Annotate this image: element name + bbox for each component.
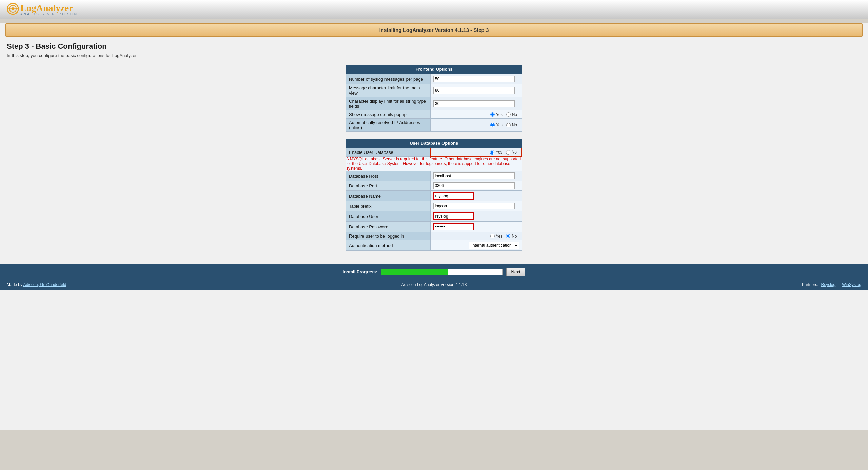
main-content: Installing LogAnalyzer Version 4.1.13 - … [0, 23, 868, 430]
bottom-area [0, 430, 868, 470]
database-port-input[interactable] [433, 182, 515, 189]
logo-container [5, 3, 19, 16]
progress-label: Install Progress: [343, 269, 377, 274]
made-by-text: Made by [7, 282, 23, 287]
table-prefix-input[interactable] [433, 203, 515, 209]
enable-db-no-label: No [512, 150, 517, 155]
row-value [431, 84, 522, 97]
row-value [430, 222, 522, 232]
footer: Made by Adiscon, Großrinderfeld Adiscon … [0, 280, 868, 290]
table-row: Message character limit for the main vie… [346, 84, 522, 97]
install-banner: Installing LogAnalyzer Version 4.1.13 - … [5, 23, 863, 37]
table-row: Show message details popup Yes No [346, 110, 522, 119]
row-value [430, 181, 522, 191]
row-label: Database Host [346, 171, 431, 181]
frontend-options-header: Frontend Options [346, 65, 522, 74]
table-row: Authentication method Internal authentic… [346, 240, 522, 251]
enable-db-radio: Yes No [433, 150, 519, 155]
next-button[interactable]: Next [506, 268, 526, 276]
show-popup-yes-radio[interactable] [490, 112, 495, 117]
row-value [430, 211, 522, 222]
require-login-no-radio[interactable] [506, 234, 510, 238]
logo-subtitle: ANALYSIS & REPORTING [20, 12, 81, 16]
database-user-input[interactable] [433, 212, 474, 220]
require-login-radio: Yes No [433, 234, 519, 239]
row-value [431, 97, 522, 110]
partner-separator: | [838, 282, 839, 287]
logo-main-text: LogAnalyzer [20, 3, 73, 13]
logo-icon [7, 3, 19, 15]
row-label: Automatically resolved IP Addresses (inl… [346, 119, 431, 132]
row-label: Character display limit for all string t… [346, 97, 431, 110]
row-label: Number of syslog messages per page [346, 74, 431, 84]
row-value: Yes No [430, 232, 522, 240]
warning-text: A MYSQL database Server is required for … [346, 156, 522, 171]
header: LogAnalyzer ANALYSIS & REPORTING [0, 0, 868, 19]
row-label: Message character limit for the main vie… [346, 84, 431, 97]
row-value [430, 191, 522, 201]
require-login-yes-label: Yes [496, 234, 503, 239]
footer-left: Made by Adiscon, Großrinderfeld [7, 282, 66, 287]
progress-track [381, 269, 503, 275]
user-db-options-header: User Database Options [346, 139, 522, 148]
row-value: Internal authentication LDAP [430, 240, 522, 251]
row-label: Database Port [346, 181, 431, 191]
syslog-messages-per-page-input[interactable] [433, 76, 515, 82]
auto-resolve-yes-radio[interactable] [490, 123, 495, 127]
table-row: Database Host [346, 171, 522, 181]
table-row: Require user to be logged in Yes No [346, 232, 522, 240]
row-label: Database Password [346, 222, 431, 232]
row-value: Yes No [431, 119, 522, 132]
row-label: Table prefix [346, 201, 431, 211]
require-login-yes-radio[interactable] [490, 234, 495, 238]
char-display-limit-input[interactable] [433, 100, 515, 107]
row-label: Require user to be logged in [346, 232, 431, 240]
row-label: Show message details popup [346, 110, 431, 119]
enable-db-yes-label: Yes [496, 150, 502, 155]
made-by-link[interactable]: Adiscon, Großrinderfeld [23, 282, 66, 287]
table-row: Database Password [346, 222, 522, 232]
message-char-limit-input[interactable] [433, 87, 515, 94]
footer-right: Partners: Rsyslog | WinSyslog [802, 282, 861, 287]
enable-db-row: Enable User Database Yes No [346, 148, 522, 156]
partner2-link[interactable]: WinSyslog [842, 282, 861, 287]
database-host-input[interactable] [433, 172, 515, 179]
auto-resolve-yes-label: Yes [496, 123, 503, 127]
table-row: Character display limit for all string t… [346, 97, 522, 110]
footer-center: Adiscon LogAnalyzer Version 4.1.13 [401, 282, 467, 287]
row-value [431, 74, 522, 84]
auto-resolve-no-radio[interactable] [506, 123, 511, 127]
warning-row: A MYSQL database Server is required for … [346, 156, 522, 171]
form-area: Frontend Options Number of syslog messag… [0, 65, 868, 264]
auth-method-select[interactable]: Internal authentication LDAP [469, 242, 519, 249]
table-row: Number of syslog messages per page [346, 74, 522, 84]
step-description: In this step, you configure the basic co… [0, 53, 868, 65]
table-row: Database User [346, 211, 522, 222]
row-value: Yes No [431, 110, 522, 119]
enable-db-no-radio[interactable] [506, 150, 510, 155]
require-login-no-label: No [512, 234, 517, 239]
table-row: Database Name [346, 191, 522, 201]
enable-db-yes-radio[interactable] [490, 150, 494, 155]
row-label: Database User [346, 211, 431, 222]
show-message-popup-radio: Yes No [433, 112, 519, 117]
auto-resolve-no-label: No [512, 123, 517, 127]
show-popup-no-radio[interactable] [506, 112, 511, 117]
table-row: Table prefix [346, 201, 522, 211]
frontend-options-table: Frontend Options Number of syslog messag… [346, 65, 522, 132]
step-heading: Step 3 - Basic Configuration [0, 37, 868, 53]
enable-db-value: Yes No [430, 148, 522, 156]
show-popup-no-label: No [512, 112, 517, 117]
auto-resolve-ip-radio: Yes No [433, 123, 519, 127]
row-value [430, 171, 522, 181]
progress-bar-area: Install Progress: Next [0, 264, 868, 280]
show-popup-yes-label: Yes [496, 112, 503, 117]
table-row: Automatically resolved IP Addresses (inl… [346, 119, 522, 132]
table-row: Database Port [346, 181, 522, 191]
user-db-options-table: User Database Options Enable User Databa… [346, 139, 522, 251]
database-password-input[interactable] [433, 223, 474, 230]
partners-label: Partners: [802, 282, 818, 287]
database-name-input[interactable] [433, 192, 474, 200]
row-value [430, 201, 522, 211]
partner1-link[interactable]: Rsyslog [821, 282, 835, 287]
